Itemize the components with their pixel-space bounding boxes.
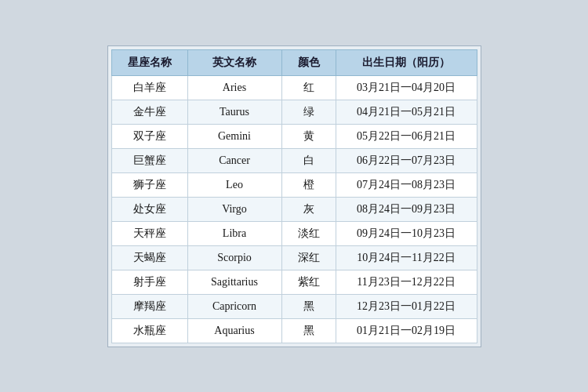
cell-english-name: Aquarius bbox=[187, 318, 281, 343]
table-row: 射手座Sagittarius紫红11月23日一12月22日 bbox=[111, 270, 477, 294]
table-row: 水瓶座Aquarius黑01月21日一02月19日 bbox=[111, 318, 477, 343]
cell-birth-date: 06月22日一07月23日 bbox=[336, 148, 477, 172]
zodiac-table: 星座名称 英文名称 颜色 出生日期（阳历） 白羊座Aries红03月21日一04… bbox=[111, 49, 477, 343]
cell-english-name: Virgo bbox=[187, 197, 281, 221]
cell-chinese-name: 天蝎座 bbox=[111, 245, 187, 270]
zodiac-table-container: 星座名称 英文名称 颜色 出生日期（阳历） 白羊座Aries红03月21日一04… bbox=[107, 45, 481, 347]
cell-color: 淡红 bbox=[281, 221, 336, 245]
cell-chinese-name: 狮子座 bbox=[111, 172, 187, 197]
table-header-row: 星座名称 英文名称 颜色 出生日期（阳历） bbox=[111, 49, 477, 75]
cell-chinese-name: 巨蟹座 bbox=[111, 148, 187, 172]
header-chinese-name: 星座名称 bbox=[111, 49, 187, 75]
cell-color: 紫红 bbox=[281, 270, 336, 294]
cell-english-name: Leo bbox=[187, 172, 281, 197]
cell-color: 黑 bbox=[281, 318, 336, 343]
cell-birth-date: 01月21日一02月19日 bbox=[336, 318, 477, 343]
cell-chinese-name: 水瓶座 bbox=[111, 318, 187, 343]
cell-birth-date: 05月22日一06月21日 bbox=[336, 124, 477, 148]
cell-chinese-name: 摩羯座 bbox=[111, 294, 187, 318]
cell-birth-date: 04月21日一05月21日 bbox=[336, 100, 477, 124]
table-row: 白羊座Aries红03月21日一04月20日 bbox=[111, 75, 477, 100]
cell-chinese-name: 射手座 bbox=[111, 270, 187, 294]
table-row: 巨蟹座Cancer白06月22日一07月23日 bbox=[111, 148, 477, 172]
cell-birth-date: 12月23日一01月22日 bbox=[336, 294, 477, 318]
table-row: 天蝎座Scorpio深红10月24日一11月22日 bbox=[111, 245, 477, 270]
cell-color: 红 bbox=[281, 75, 336, 100]
table-row: 狮子座Leo橙07月24日一08月23日 bbox=[111, 172, 477, 197]
cell-chinese-name: 天秤座 bbox=[111, 221, 187, 245]
cell-chinese-name: 双子座 bbox=[111, 124, 187, 148]
cell-chinese-name: 金牛座 bbox=[111, 100, 187, 124]
cell-color: 深红 bbox=[281, 245, 336, 270]
cell-color: 黑 bbox=[281, 294, 336, 318]
header-birth-date: 出生日期（阳历） bbox=[336, 49, 477, 75]
table-row: 双子座Gemini黄05月22日一06月21日 bbox=[111, 124, 477, 148]
cell-birth-date: 11月23日一12月22日 bbox=[336, 270, 477, 294]
cell-english-name: Cancer bbox=[187, 148, 281, 172]
cell-color: 白 bbox=[281, 148, 336, 172]
cell-chinese-name: 白羊座 bbox=[111, 75, 187, 100]
cell-english-name: Scorpio bbox=[187, 245, 281, 270]
cell-color: 黄 bbox=[281, 124, 336, 148]
header-english-name: 英文名称 bbox=[187, 49, 281, 75]
cell-birth-date: 09月24日一10月23日 bbox=[336, 221, 477, 245]
table-row: 摩羯座Capricorn黑12月23日一01月22日 bbox=[111, 294, 477, 318]
cell-english-name: Libra bbox=[187, 221, 281, 245]
table-row: 处女座Virgo灰08月24日一09月23日 bbox=[111, 197, 477, 221]
cell-chinese-name: 处女座 bbox=[111, 197, 187, 221]
cell-color: 橙 bbox=[281, 172, 336, 197]
cell-birth-date: 07月24日一08月23日 bbox=[336, 172, 477, 197]
cell-color: 灰 bbox=[281, 197, 336, 221]
cell-english-name: Capricorn bbox=[187, 294, 281, 318]
table-row: 金牛座Taurus绿04月21日一05月21日 bbox=[111, 100, 477, 124]
header-color: 颜色 bbox=[281, 49, 336, 75]
cell-color: 绿 bbox=[281, 100, 336, 124]
table-row: 天秤座Libra淡红09月24日一10月23日 bbox=[111, 221, 477, 245]
cell-birth-date: 08月24日一09月23日 bbox=[336, 197, 477, 221]
cell-english-name: Sagittarius bbox=[187, 270, 281, 294]
cell-english-name: Aries bbox=[187, 75, 281, 100]
cell-birth-date: 03月21日一04月20日 bbox=[336, 75, 477, 100]
cell-english-name: Gemini bbox=[187, 124, 281, 148]
cell-english-name: Taurus bbox=[187, 100, 281, 124]
cell-birth-date: 10月24日一11月22日 bbox=[336, 245, 477, 270]
